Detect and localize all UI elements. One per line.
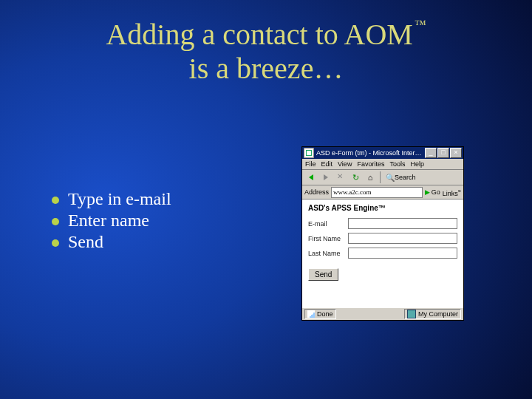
search-button[interactable]: 🔍Search <box>383 171 418 184</box>
menu-tools[interactable]: Tools <box>389 160 405 168</box>
field-row: E-mail <box>308 218 457 229</box>
ie-icon <box>304 148 314 158</box>
status-zone: My Computer <box>404 309 461 319</box>
menu-help[interactable]: Help <box>410 160 424 168</box>
go-icon: ▶ <box>425 188 430 196</box>
computer-icon <box>407 310 416 318</box>
email-label: E-mail <box>308 220 345 228</box>
status-done: Done <box>304 309 336 319</box>
window-titlebar: ASD e-Form (tm) - Microsoft Inter… _ □ × <box>302 147 463 159</box>
bullet-icon <box>52 197 59 204</box>
trademark: ™ <box>415 18 426 30</box>
links-label[interactable]: Links» <box>443 188 461 197</box>
browser-screenshot: ASD e-Form (tm) - Microsoft Inter… _ □ ×… <box>301 146 464 321</box>
refresh-icon: ↻ <box>352 173 359 183</box>
go-button[interactable]: ▶Go <box>425 188 440 196</box>
status-bar: Done My Computer <box>302 307 463 320</box>
page-body: ASD's APSS Engine™ E-mail First Name Las… <box>302 200 463 307</box>
email-field[interactable] <box>348 218 457 229</box>
lastname-field[interactable] <box>348 248 457 259</box>
window-title: ASD e-Form (tm) - Microsoft Inter… <box>316 149 424 157</box>
menu-edit[interactable]: Edit <box>321 160 333 168</box>
forward-button[interactable] <box>319 171 332 184</box>
address-bar: Address ▶Go Links» <box>302 185 463 200</box>
home-button[interactable]: ⌂ <box>364 171 377 184</box>
refresh-button[interactable]: ↻ <box>349 171 362 184</box>
list-item: Type in e-mail <box>52 189 273 209</box>
page-heading: ASD's APSS Engine™ <box>308 204 457 212</box>
home-icon: ⌂ <box>368 173 373 182</box>
close-button[interactable]: × <box>450 148 462 158</box>
list-item: Enter name <box>52 211 273 231</box>
firstname-field[interactable] <box>348 233 457 244</box>
menu-bar: File Edit View Favorites Tools Help <box>302 159 463 170</box>
title-line2: is a breeze… <box>189 52 344 85</box>
search-icon: 🔍 <box>386 174 395 182</box>
stop-button[interactable] <box>334 171 347 184</box>
title-line1: Adding a contact to AOM <box>106 18 413 51</box>
maximize-button[interactable]: □ <box>437 148 449 158</box>
minimize-button[interactable]: _ <box>425 148 437 158</box>
lastname-label: Last Name <box>308 250 345 257</box>
toolbar: ↻ ⌂ 🔍Search <box>302 170 463 185</box>
field-row: Last Name <box>308 248 457 259</box>
document-icon <box>307 310 315 318</box>
search-label: Search <box>395 174 416 181</box>
field-row: First Name <box>308 233 457 244</box>
firstname-label: First Name <box>308 235 345 242</box>
menu-view[interactable]: View <box>338 160 352 168</box>
address-input[interactable] <box>331 187 423 198</box>
bullet-icon <box>52 218 59 225</box>
menu-file[interactable]: File <box>305 160 316 168</box>
menu-favorites[interactable]: Favorites <box>357 160 384 168</box>
back-button[interactable] <box>304 171 318 184</box>
bullet-text: Type in e-mail <box>68 189 171 209</box>
arrow-left-icon <box>309 174 313 180</box>
list-item: Send <box>52 232 273 252</box>
bullet-text: Enter name <box>68 211 149 231</box>
separator <box>380 171 381 183</box>
slide-title: Adding a contact to AOM™ is a breeze… <box>0 18 532 86</box>
bullet-list: Type in e-mail Enter name Send <box>52 188 273 253</box>
address-label: Address <box>304 188 329 196</box>
bullet-text: Send <box>68 232 103 252</box>
stop-icon <box>337 174 344 181</box>
send-button[interactable]: Send <box>308 268 338 281</box>
arrow-right-icon <box>324 174 328 180</box>
bullet-icon <box>52 239 59 247</box>
